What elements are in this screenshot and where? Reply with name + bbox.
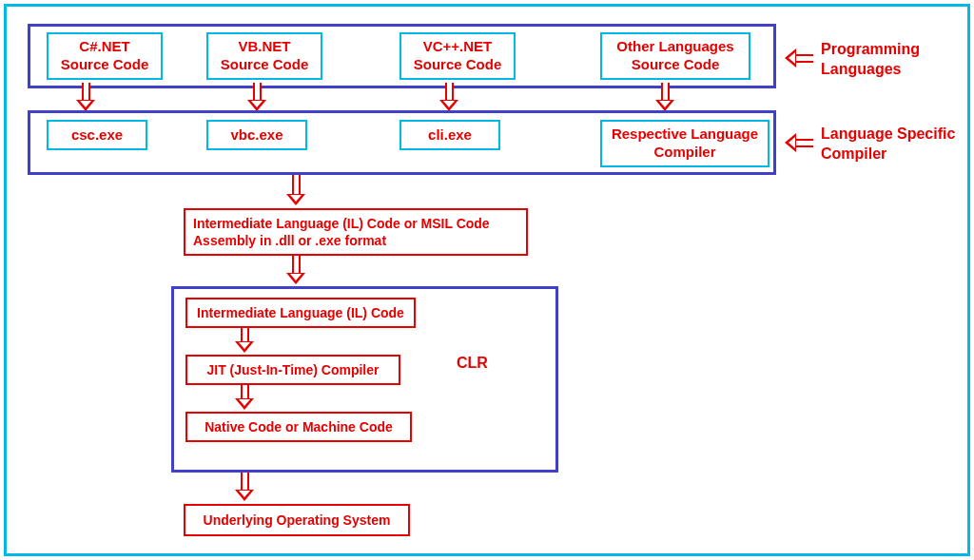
box-os: Underlying Operating System xyxy=(184,504,410,536)
diagram-frame: C#.NET Source Code VB.NET Source Code VC… xyxy=(4,4,970,556)
text: JIT (Just-In-Time) Compiler xyxy=(207,361,380,378)
box-other-source: Other Languages Source Code xyxy=(600,32,750,80)
text: C#.NET xyxy=(79,38,129,56)
arrow-down-icon xyxy=(247,83,266,111)
arrow-left-icon xyxy=(785,133,813,152)
text: Languages xyxy=(821,60,920,80)
text: Source Code xyxy=(632,56,720,74)
text: vbc.exe xyxy=(230,126,282,145)
box-respective-compiler: Respective Language Compiler xyxy=(600,120,769,167)
text: Source Code xyxy=(221,56,309,74)
text: Source Code xyxy=(414,56,502,74)
text: Language Specific xyxy=(821,125,955,145)
box-vb-source: VB.NET Source Code xyxy=(206,32,322,80)
text: Underlying Operating System xyxy=(204,512,391,529)
box-jit: JIT (Just-In-Time) Compiler xyxy=(185,355,400,385)
text: VC++.NET xyxy=(423,38,493,56)
arrow-down-icon xyxy=(235,385,254,410)
label-clr: CLR xyxy=(457,354,488,374)
box-csharp-source: C#.NET Source Code xyxy=(47,32,163,80)
arrow-down-icon xyxy=(286,256,305,284)
text: Other Languages xyxy=(616,38,733,56)
arrow-down-icon xyxy=(235,328,254,353)
box-cli: cli.exe xyxy=(399,120,500,150)
text: Native Code or Machine Code xyxy=(205,418,393,435)
arrow-down-icon xyxy=(655,83,674,111)
box-il-code: Intermediate Language (IL) Code xyxy=(185,298,416,328)
label-language-compiler: Language Specific Compiler xyxy=(821,125,955,164)
text: Intermediate Language (IL) Code or MSIL … xyxy=(193,215,490,232)
box-vbc: vbc.exe xyxy=(206,120,307,150)
label-programming-languages: Programming Languages xyxy=(821,40,920,80)
text: VB.NET xyxy=(238,38,290,56)
arrow-down-icon xyxy=(286,175,305,205)
box-il-assembly: Intermediate Language (IL) Code or MSIL … xyxy=(184,208,528,256)
box-vcpp-source: VC++.NET Source Code xyxy=(399,32,516,80)
text: Compiler xyxy=(653,144,715,162)
text: Compiler xyxy=(821,145,955,164)
text: csc.exe xyxy=(71,126,123,145)
text: Assembly in .dll or .exe format xyxy=(193,232,386,249)
text: cli.exe xyxy=(428,126,472,145)
text: Programming xyxy=(821,40,920,60)
box-csc: csc.exe xyxy=(47,120,147,150)
arrow-down-icon xyxy=(76,83,95,111)
arrow-down-icon xyxy=(439,83,458,111)
text: Respective Language xyxy=(612,126,758,144)
text: Source Code xyxy=(61,56,149,74)
arrow-left-icon xyxy=(785,48,813,68)
text: Intermediate Language (IL) Code xyxy=(197,304,404,321)
arrow-down-icon xyxy=(235,473,254,501)
box-native-code: Native Code or Machine Code xyxy=(185,412,412,442)
